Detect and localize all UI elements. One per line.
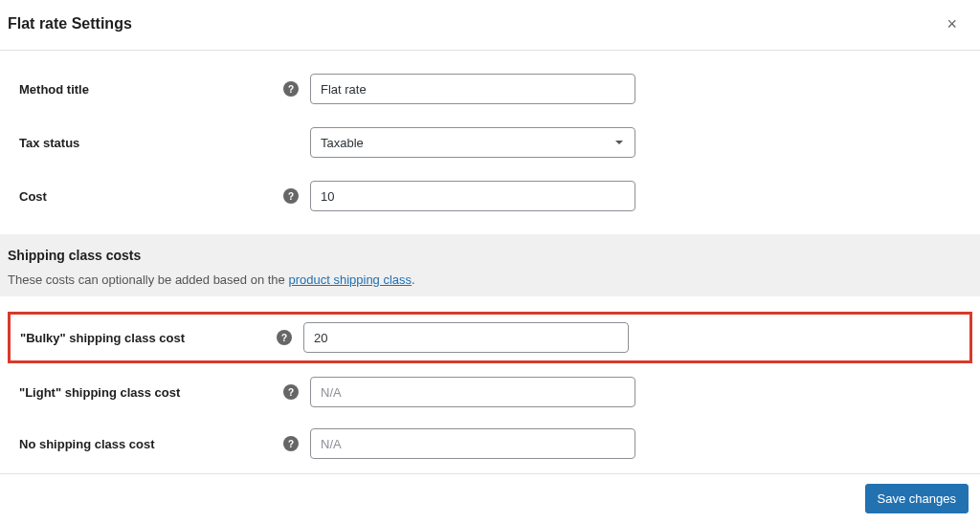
desc-suffix: .: [412, 272, 415, 287]
cost-label-cell: Cost ?: [19, 188, 310, 204]
tax-status-input-cell: Taxable: [310, 127, 635, 158]
shipping-class-desc: These costs can optionally be added base…: [8, 272, 972, 287]
light-label: "Light" shipping class cost: [19, 385, 180, 400]
save-changes-button[interactable]: Save changes: [865, 484, 969, 513]
modal-header: Flat rate Settings ×: [0, 0, 980, 51]
method-title-row: Method title ?: [0, 66, 980, 112]
cost-row: Cost ?: [0, 173, 980, 219]
no-class-input-cell: [310, 428, 635, 459]
bulky-input-cell: [303, 322, 629, 353]
method-title-label-cell: Method title ?: [19, 81, 310, 97]
product-shipping-class-link[interactable]: product shipping class: [288, 272, 412, 287]
method-title-input[interactable]: [310, 74, 635, 104]
cost-input[interactable]: [310, 181, 635, 211]
light-cost-input[interactable]: [310, 377, 635, 407]
light-input-cell: [310, 377, 635, 407]
light-label-cell: "Light" shipping class cost ?: [19, 384, 310, 400]
close-button[interactable]: ×: [939, 11, 965, 36]
modal-title: Flat rate Settings: [8, 15, 132, 33]
help-icon[interactable]: ?: [283, 188, 299, 204]
bulky-cost-input[interactable]: [303, 322, 629, 353]
tax-status-select[interactable]: Taxable: [310, 127, 635, 158]
light-class-cost-row: "Light" shipping class cost ?: [0, 369, 980, 415]
tax-status-row: Tax status Taxable: [0, 120, 980, 165]
general-settings-section: Method title ? Tax status Taxable: [0, 51, 980, 234]
no-class-label-cell: No shipping class cost ?: [19, 436, 310, 451]
shipping-class-title: Shipping class costs: [8, 248, 972, 263]
no-class-cost-input[interactable]: [310, 428, 635, 459]
modal: Flat rate Settings × Method title ? Tax …: [0, 0, 980, 484]
modal-body: Method title ? Tax status Taxable: [0, 51, 980, 483]
bulky-class-cost-row: "Bulky" shipping class cost ?: [8, 312, 972, 363]
method-title-label: Method title: [19, 82, 89, 97]
bulky-label: "Bulky" shipping class cost: [20, 331, 185, 345]
help-icon[interactable]: ?: [277, 330, 292, 345]
help-icon[interactable]: ?: [283, 384, 299, 400]
tax-status-label-cell: Tax status: [19, 136, 310, 150]
no-class-cost-row: No shipping class cost ?: [0, 421, 980, 467]
help-icon[interactable]: ?: [283, 81, 299, 97]
shipping-class-costs-section: "Bulky" shipping class cost ? "Light" sh…: [0, 296, 980, 483]
modal-footer: Save changes: [0, 473, 980, 523]
cost-label: Cost: [19, 189, 47, 204]
cost-input-cell: [310, 181, 635, 211]
tax-status-label: Tax status: [19, 136, 79, 150]
method-title-input-cell: [310, 74, 635, 104]
desc-prefix: These costs can optionally be added base…: [8, 272, 288, 287]
shipping-class-header: Shipping class costs These costs can opt…: [0, 234, 980, 296]
no-class-label: No shipping class cost: [19, 437, 155, 451]
help-icon[interactable]: ?: [283, 436, 299, 451]
bulky-label-cell: "Bulky" shipping class cost ?: [20, 330, 303, 345]
